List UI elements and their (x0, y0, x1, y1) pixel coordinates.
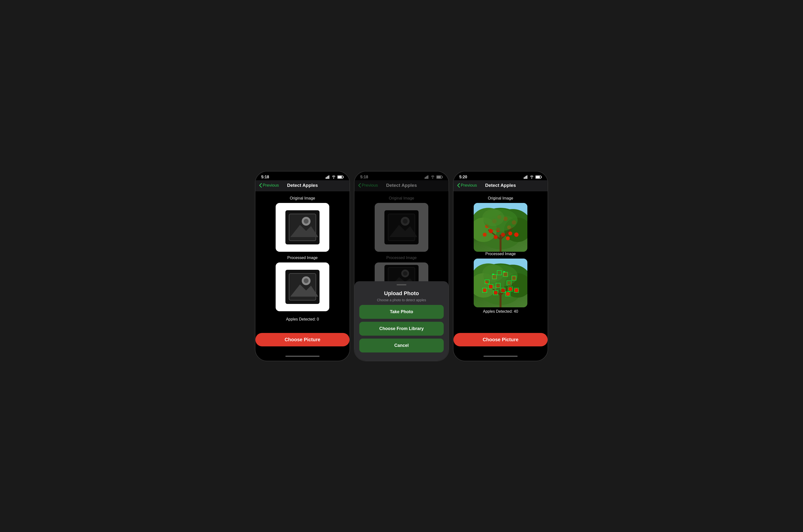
signal-icon-3 (524, 175, 528, 179)
original-label-1: Original Image (290, 196, 315, 201)
choose-picture-button-3[interactable]: Choose Picture (454, 333, 548, 346)
signal-icon (326, 175, 330, 179)
nav-title-1: Detect Apples (287, 183, 318, 188)
home-indicator-3 (483, 356, 518, 357)
svg-point-76 (482, 209, 504, 226)
home-indicator-1 (285, 356, 320, 357)
chevron-left-icon (259, 183, 262, 188)
battery-icon-3 (535, 175, 542, 179)
processed-tree-svg (474, 259, 528, 307)
choose-from-library-button[interactable]: Choose From Library (359, 322, 444, 336)
status-bar-3: 5:20 (454, 171, 548, 180)
choose-picture-button-1[interactable]: Choose Picture (255, 333, 349, 346)
wifi-icon (331, 175, 336, 179)
svg-rect-40 (525, 177, 525, 179)
back-label-3: Previous (461, 183, 477, 188)
detection-count-3: Apples Detected: 40 (483, 309, 518, 314)
svg-point-96 (501, 288, 505, 292)
back-button-3[interactable]: Previous (457, 183, 477, 188)
bottom-sheet: Upload Photo Choose a photo to detect ap… (355, 281, 448, 361)
svg-rect-1 (327, 177, 327, 179)
screens-container: 5:18 Previous Detect Apples Original Ima… (253, 171, 550, 361)
svg-point-64 (508, 231, 512, 235)
svg-rect-121 (503, 271, 505, 272)
svg-point-99 (494, 291, 498, 294)
photo-placeholder-icon-1 (283, 208, 322, 247)
svg-point-11 (304, 219, 309, 224)
cancel-button[interactable]: Cancel (359, 339, 444, 353)
status-time-3: 5:20 (459, 175, 467, 179)
nav-title-3: Detect Apples (485, 183, 516, 188)
svg-point-18 (304, 278, 309, 283)
svg-rect-2 (328, 176, 328, 179)
phone-screen-2: 5:18 Previous Detect Apples Original Ima… (354, 171, 449, 361)
processed-label-3: Processed Image (485, 252, 516, 256)
content-1: Original Image Processed Image (255, 191, 349, 330)
svg-rect-3 (329, 175, 329, 179)
chevron-left-icon-3 (457, 183, 460, 188)
photo-placeholder-icon-2 (283, 267, 322, 306)
apple-tree-svg (474, 203, 528, 252)
original-apple-image (474, 203, 528, 252)
processed-image-1 (275, 263, 329, 311)
original-label-3: Original Image (488, 196, 513, 201)
svg-point-70 (506, 236, 510, 240)
status-bar-1: 5:18 (255, 171, 349, 180)
svg-rect-39 (524, 177, 524, 179)
svg-rect-42 (527, 175, 528, 179)
svg-point-94 (508, 287, 512, 291)
sheet-subtitle: Choose a photo to detect apples (377, 298, 426, 302)
svg-point-97 (483, 288, 486, 292)
svg-point-68 (514, 232, 519, 237)
wifi-icon-3 (530, 175, 534, 179)
svg-point-66 (501, 233, 505, 236)
status-time-1: 5:18 (261, 175, 269, 179)
svg-rect-45 (536, 176, 540, 178)
svg-rect-6 (338, 176, 342, 178)
phone-screen-1: 5:18 Previous Detect Apples Original Ima… (255, 171, 350, 361)
battery-icon (337, 175, 344, 179)
svg-rect-5 (343, 176, 344, 178)
svg-rect-120 (492, 274, 494, 275)
sheet-title: Upload Photo (384, 290, 419, 297)
content-3: Original Image (454, 191, 548, 330)
svg-point-100 (506, 292, 510, 296)
detection-count-1: Apples Detected: 0 (286, 317, 319, 322)
back-label-1: Previous (263, 183, 279, 188)
sheet-handle (397, 284, 406, 285)
processed-label-1: Processed Image (287, 255, 318, 260)
svg-rect-0 (326, 177, 326, 179)
bottom-sheet-overlay[interactable]: Upload Photo Choose a photo to detect ap… (355, 171, 448, 361)
phone-screen-3: 5:20 Previous Detect Apples Original Ima… (453, 171, 548, 361)
back-button-1[interactable]: Previous (259, 183, 279, 188)
status-icons-3 (524, 175, 542, 179)
processed-apple-image (474, 259, 528, 307)
svg-rect-44 (541, 176, 542, 178)
svg-rect-41 (525, 176, 527, 179)
svg-point-67 (483, 233, 486, 236)
original-image-1 (275, 203, 329, 252)
nav-bar-1: Previous Detect Apples (255, 180, 349, 191)
svg-point-98 (514, 288, 519, 292)
nav-bar-3: Previous Detect Apples (454, 180, 548, 191)
svg-point-69 (494, 235, 498, 239)
take-photo-button[interactable]: Take Photo (359, 305, 444, 319)
status-icons-1 (326, 175, 344, 179)
